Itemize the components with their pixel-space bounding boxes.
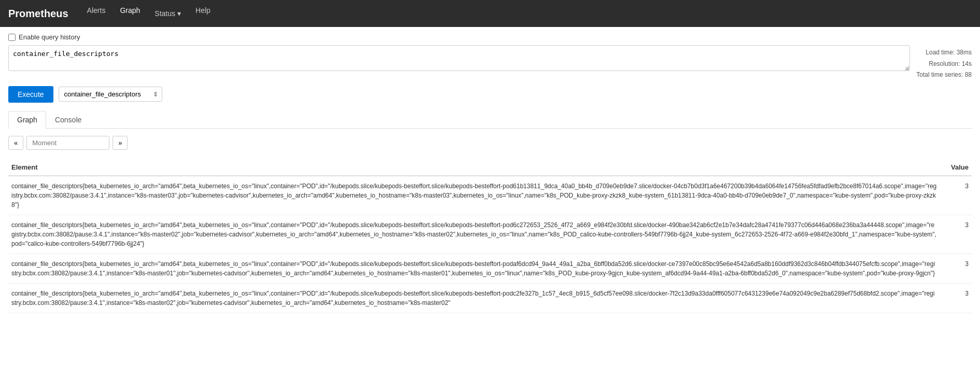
query-stats: Load time: 38ms Resolution: 14s Total ti…: [916, 45, 972, 81]
results-table: Element Value container_file_descriptors…: [8, 159, 972, 313]
load-time: Load time: 38ms: [916, 47, 972, 59]
query-history-label[interactable]: Enable query history: [19, 33, 80, 41]
nav-alerts[interactable]: Alerts: [81, 3, 112, 18]
brand-link[interactable]: Prometheus: [8, 8, 68, 20]
tab-graph[interactable]: Graph: [8, 111, 46, 129]
nav-help[interactable]: Help: [189, 3, 217, 18]
element-cell: container_file_descriptors{beta_kubernet…: [8, 283, 941, 313]
value-cell: 3: [941, 283, 972, 313]
table-row: container_file_descriptors{beta_kubernet…: [8, 215, 972, 254]
metric-select[interactable]: container_file_descriptors: [59, 87, 162, 102]
query-area: container_file_descriptors ⇲ Load time: …: [8, 45, 972, 81]
dropdown-arrow-icon: ▾: [177, 9, 181, 18]
time-prev-button[interactable]: «: [8, 136, 23, 150]
metric-select-wrap: container_file_descriptors ⇕: [59, 87, 162, 102]
value-cell: 3: [941, 176, 972, 215]
value-cell: 3: [941, 215, 972, 254]
element-cell: container_file_descriptors{beta_kubernet…: [8, 254, 941, 283]
tab-console[interactable]: Console: [46, 111, 90, 128]
moment-input[interactable]: [26, 136, 109, 150]
table-row: container_file_descriptors{beta_kubernet…: [8, 254, 972, 283]
query-history-checkbox[interactable]: [8, 34, 16, 41]
resolution: Resolution: 14s: [916, 59, 972, 70]
navbar: Prometheus Alerts Graph Status ▾ Help: [0, 0, 980, 27]
table-row: container_file_descriptors{beta_kubernet…: [8, 176, 972, 215]
time-controls: « »: [8, 136, 972, 150]
col-value: Value: [941, 159, 972, 176]
tabs: Graph Console: [8, 111, 972, 129]
execute-row: Execute container_file_descriptors ⇕: [8, 86, 972, 103]
query-input[interactable]: container_file_descriptors: [8, 45, 910, 71]
results-tbody: container_file_descriptors{beta_kubernet…: [8, 176, 972, 313]
table-header-row: Element Value: [8, 159, 972, 176]
execute-button[interactable]: Execute: [8, 86, 53, 103]
element-cell: container_file_descriptors{beta_kubernet…: [8, 215, 941, 254]
query-textarea-wrap: container_file_descriptors ⇲: [8, 45, 910, 73]
nav-menu: Alerts Graph Status ▾ Help: [81, 6, 217, 21]
query-history-row: Enable query history: [8, 33, 972, 41]
nav-status-dropdown[interactable]: Status ▾: [148, 6, 187, 21]
col-element: Element: [8, 159, 941, 176]
nav-graph[interactable]: Graph: [114, 3, 146, 18]
table-row: container_file_descriptors{beta_kubernet…: [8, 283, 972, 313]
element-cell: container_file_descriptors{beta_kubernet…: [8, 176, 941, 215]
main-content: Enable query history container_file_desc…: [0, 27, 980, 319]
time-next-button[interactable]: »: [113, 136, 128, 150]
total-series: Total time series: 88: [916, 69, 972, 81]
value-cell: 3: [941, 254, 972, 283]
